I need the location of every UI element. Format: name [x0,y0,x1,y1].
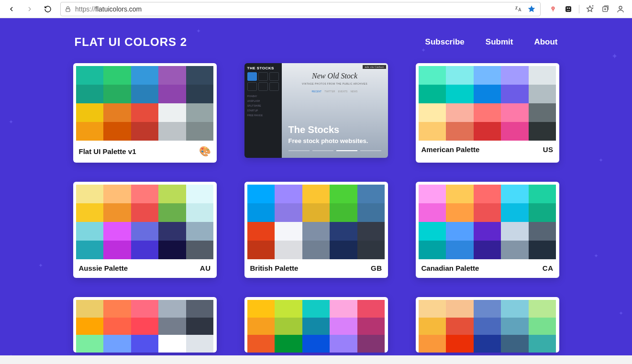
color-swatch [446,241,474,259]
color-swatch [247,335,275,353]
color-swatch [330,300,357,318]
ad-card[interactable]: THE STOCKS PIXABAYUNSPLASHSPLITSHIRESTAR… [244,63,388,158]
color-swatch [103,185,131,203]
ad-brand: THE STOCKS [247,66,279,70]
color-swatch [419,335,446,353]
color-swatch [275,203,302,222]
palette-card[interactable] [416,297,559,353]
color-swatch [186,222,214,241]
color-swatch [330,318,357,335]
color-swatch [474,222,501,241]
palette-card[interactable]: American PaletteUS [416,63,559,163]
color-swatch [474,122,501,141]
color-swatch [186,185,214,203]
ad-pagination [288,150,381,151]
color-swatch [419,222,446,241]
nav-subscribe[interactable]: Subscribe [425,37,465,47]
palette-card[interactable]: Canadian PaletteCA [416,182,559,278]
main-nav: Subscribe Submit About [425,37,558,47]
color-swatch [158,300,186,318]
color-swatch [419,85,446,103]
color-swatch [330,222,357,241]
ad-desc: Free stock photo websites. [288,137,381,144]
color-swatch [419,300,446,318]
palette-name: Canadian Palette [421,264,479,272]
site-logo[interactable]: FLAT UI COLORS 2 [75,35,188,49]
pin-icon[interactable] [548,4,558,14]
color-swatch [501,122,529,141]
color-swatch [529,85,556,103]
color-swatch [419,66,446,85]
translate-icon[interactable] [513,4,523,14]
color-swatch [158,335,186,353]
color-swatch [419,103,446,122]
palette-card[interactable]: Aussie PaletteAU [73,182,217,278]
nav-about[interactable]: About [534,37,557,47]
palette-name: British Palette [250,264,299,272]
color-swatch [186,318,214,335]
svg-point-4 [567,7,568,9]
color-swatch [158,122,186,141]
color-swatch [419,203,446,222]
color-swatch [357,300,385,318]
color-swatch [302,222,330,241]
color-swatch [158,103,186,122]
color-swatch [446,185,474,203]
page-body: ✦ ✦ ✦ ✦ ✦ ✦ ✦ ✦ ✦ ✦ FLAT UI COLORS 2 Sub… [0,18,632,364]
palette-card[interactable]: Flat UI Palette v1🎨 [73,63,217,163]
extension-icons [545,4,628,14]
color-swatch [501,318,529,335]
swatch-grid [76,185,214,259]
color-swatch [446,122,474,141]
color-swatch [158,66,186,85]
forward-button[interactable] [22,1,37,17]
refresh-button[interactable] [40,1,55,17]
favorites-icon[interactable] [585,4,595,14]
color-swatch [529,335,556,353]
color-swatch [302,318,330,335]
color-swatch [275,241,302,259]
color-swatch [302,185,330,203]
svg-point-2 [553,8,554,9]
svg-rect-0 [66,9,70,11]
color-swatch [419,185,446,203]
nav-submit[interactable]: Submit [486,37,513,47]
color-swatch [76,335,104,353]
color-swatch [76,122,104,141]
color-swatch [330,185,357,203]
palette-name: Aussie Palette [79,264,128,272]
back-button[interactable] [4,1,19,17]
color-swatch [501,203,529,222]
lock-icon [65,6,71,12]
swatch-grid [76,300,214,353]
color-swatch [275,185,302,203]
color-swatch [446,318,474,335]
palette-name: American Palette [421,145,480,154]
color-swatch [302,335,330,353]
palette-card[interactable] [73,297,217,353]
color-swatch [501,300,529,318]
palette-footer: American PaletteUS [416,141,559,159]
palette-card[interactable] [244,297,388,353]
collections-icon[interactable] [600,4,610,14]
grid-ext-icon[interactable] [564,4,573,14]
color-swatch [275,335,302,353]
color-swatch [474,185,501,203]
color-swatch [103,335,131,353]
address-bar[interactable]: https://flatuicolors.com [60,2,541,16]
favorite-star-icon[interactable] [527,4,536,14]
color-swatch [186,241,214,259]
color-swatch [76,318,104,335]
color-swatch [529,318,556,335]
color-swatch [446,222,474,241]
profile-icon[interactable] [616,4,625,14]
color-swatch [474,66,501,85]
color-swatch [501,103,529,122]
palette-card[interactable]: British PaletteGB [244,182,388,278]
color-swatch [474,85,501,103]
color-swatch [501,222,529,241]
color-swatch [474,300,501,318]
color-swatch [474,335,501,353]
ad-body: ads via Carbon New Old Stock VINTAGE PHO… [282,63,388,158]
color-swatch [330,241,357,259]
